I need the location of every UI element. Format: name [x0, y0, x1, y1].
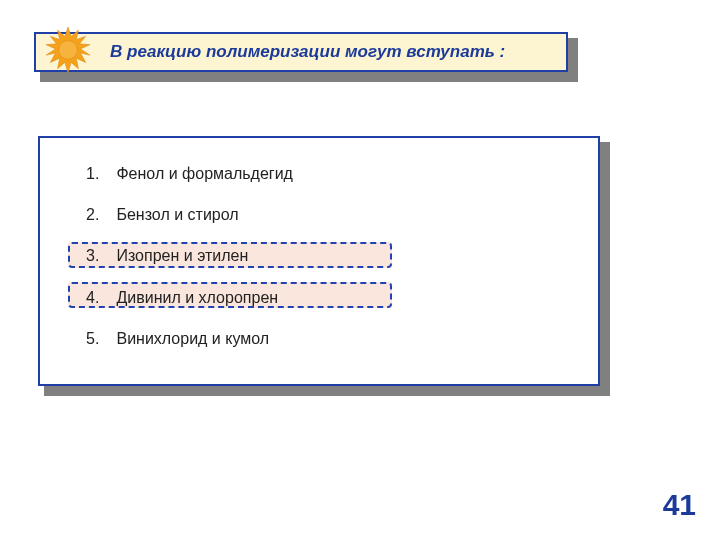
option-number: 1. — [86, 164, 112, 183]
option-text: Дивинил и хлоропрен — [116, 289, 278, 306]
sun-icon — [42, 26, 94, 78]
answer-option[interactable]: 1. Фенол и формальдегид — [86, 164, 578, 183]
panel-box: 1. Фенол и формальдегид 2. Бензол и стир… — [38, 136, 600, 386]
page-number: 41 — [663, 488, 696, 522]
answers-panel: 1. Фенол и формальдегид 2. Бензол и стир… — [38, 136, 604, 390]
option-number: 4. — [86, 288, 112, 307]
answer-option[interactable]: 4. Дивинил и хлоропрен — [86, 288, 578, 307]
option-number: 2. — [86, 205, 112, 224]
answer-option[interactable]: 3. Изопрен и этилен — [86, 246, 578, 265]
option-number: 5. — [86, 329, 112, 348]
question-title-bar: В реакцию полимеризации могут вступать : — [34, 32, 572, 76]
title-box: В реакцию полимеризации могут вступать : — [34, 32, 568, 72]
answer-option[interactable]: 2. Бензол и стирол — [86, 205, 578, 224]
option-text: Изопрен и этилен — [116, 247, 248, 264]
option-number: 3. — [86, 246, 112, 265]
svg-point-1 — [59, 41, 78, 60]
answer-option[interactable]: 5. Винихлорид и кумол — [86, 329, 578, 348]
option-text: Бензол и стирол — [116, 206, 238, 223]
question-title: В реакцию полимеризации могут вступать : — [110, 42, 505, 62]
option-text: Винихлорид и кумол — [116, 330, 269, 347]
option-text: Фенол и формальдегид — [116, 165, 292, 182]
